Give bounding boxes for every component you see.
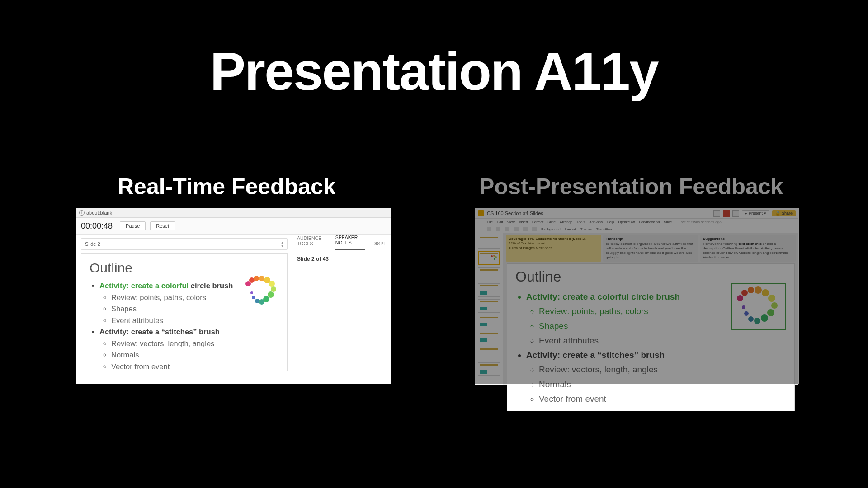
post-feedback-screenshot: CS 160 Section #4 Slides ▸ Present ▾ 🔒 S…	[475, 208, 799, 384]
last-edit-text[interactable]: Last edit was seconds ago	[679, 220, 721, 224]
slide-selector[interactable]: Slide 2 ▴▾	[81, 238, 288, 250]
menu-item[interactable]: Arrange	[560, 220, 572, 224]
editor-main: Coverage: 44% Elements Mentioned (Slide …	[503, 233, 798, 385]
svg-point-15	[495, 256, 497, 258]
thumbnail-selected[interactable]	[478, 251, 500, 265]
slide-canvas: Outline Activity: create a colorful circ…	[81, 253, 288, 371]
tool-icon[interactable]	[523, 227, 528, 231]
thumbnail[interactable]	[478, 283, 500, 297]
document-title[interactable]: CS 160 Section #4 Slides	[487, 211, 543, 216]
tool-icon[interactable]	[505, 227, 509, 231]
svg-point-23	[771, 302, 778, 309]
left-column-heading: Real-Time Feedback	[118, 174, 336, 200]
right-column-heading: Post-Presentation Feedback	[479, 174, 783, 200]
brush-doodle-icon	[732, 284, 785, 329]
thumbnail[interactable]	[478, 299, 500, 313]
subbullet: Normals	[539, 377, 786, 392]
subbullet: Normals	[111, 349, 279, 361]
menu-item[interactable]: Slide	[664, 220, 672, 224]
tool-icon[interactable]	[514, 227, 519, 231]
stepper-icon[interactable]: ▴▾	[281, 241, 283, 247]
tab-display[interactable]: DISPL	[372, 241, 387, 250]
toolbar-square-icon[interactable]	[732, 210, 739, 217]
info-icon: i	[79, 210, 85, 216]
svg-point-12	[250, 291, 253, 294]
thumbnail[interactable]	[478, 331, 500, 344]
svg-point-5	[269, 281, 275, 287]
bullet-activity-2: Activity: create a “stitches” brush	[526, 348, 786, 362]
tool-icon[interactable]	[532, 227, 537, 231]
slide-canvas[interactable]: Outline Activity: create a colorful circ…	[507, 263, 795, 411]
menu-item[interactable]: Tools	[577, 220, 585, 224]
svg-point-26	[754, 318, 760, 324]
share-button[interactable]: 🔒 Share	[772, 210, 796, 216]
menu-item[interactable]: Feedback on	[639, 220, 660, 224]
tab-speaker-notes[interactable]: SPEAKER NOTES	[335, 235, 365, 250]
tool-label[interactable]: Transition	[596, 227, 612, 231]
feedback-row: Coverage: 44% Elements Mentioned (Slide …	[503, 233, 798, 263]
editor-titlebar: CS 160 Section #4 Slides ▸ Present ▾ 🔒 S…	[475, 208, 798, 219]
tool-label[interactable]: Background	[541, 227, 561, 231]
slide-title: Outline	[90, 260, 279, 276]
tool-label[interactable]: Layout	[565, 227, 576, 231]
svg-point-21	[762, 289, 769, 296]
tool-icon[interactable]	[496, 227, 500, 231]
slide-thumbnails[interactable]	[475, 233, 503, 385]
transcript-card[interactable]: Transcript so today section is organized…	[603, 235, 698, 262]
menu-item[interactable]: Add-ons	[589, 220, 603, 224]
svg-point-19	[748, 287, 754, 293]
subbullet: Vector from event	[539, 392, 786, 406]
svg-point-16	[494, 258, 495, 260]
realtime-screenshot: i about:blank 00:00:48 Pause Reset Slide…	[76, 208, 391, 384]
tab-audience-tools[interactable]: AUDIENCE TOOLS	[296, 235, 328, 250]
menu-item[interactable]: Edit	[497, 220, 503, 224]
thumbnail[interactable]	[478, 347, 500, 360]
svg-point-22	[768, 295, 775, 302]
menu-item[interactable]: File	[487, 220, 493, 224]
tool-label[interactable]: Theme	[580, 227, 592, 231]
selected-image-box[interactable]	[731, 283, 786, 330]
editor-menubar: File Edit View Insert Format Slide Arran…	[475, 219, 798, 225]
url-text: about:blank	[86, 210, 112, 216]
notes-tabs: AUDIENCE TOOLS SPEAKER NOTES DISPL	[292, 235, 391, 250]
slides-logo-icon[interactable]	[478, 210, 484, 216]
elapsed-timer: 00:00:48	[81, 221, 113, 231]
reset-button[interactable]: Reset	[150, 221, 175, 230]
svg-point-13	[491, 255, 493, 257]
suggestions-card[interactable]: Suggestions Remove the following text el…	[700, 235, 796, 262]
menu-item[interactable]: Insert	[519, 220, 528, 224]
notes-panel: AUDIENCE TOOLS SPEAKER NOTES DISPL Slide…	[292, 235, 391, 385]
thumbnail[interactable]	[478, 235, 500, 249]
menu-item[interactable]: Help	[607, 220, 614, 224]
toolbar-square-icon[interactable]	[713, 210, 720, 217]
pause-button[interactable]: Pause	[120, 221, 146, 230]
coverage-card[interactable]: Coverage: 44% Elements Mentioned (Slide …	[506, 235, 601, 262]
notes-slide-indicator: Slide 2 of 43	[292, 250, 391, 267]
svg-point-9	[259, 299, 264, 305]
subbullet: Review: vectors, length, angles	[539, 362, 786, 377]
present-button[interactable]: ▸ Present ▾	[742, 210, 769, 216]
slide-selector-label: Slide 2	[85, 241, 100, 247]
brush-doodle-icon	[244, 274, 281, 309]
svg-point-28	[744, 311, 749, 316]
menu-item[interactable]: Update off	[618, 220, 635, 224]
svg-point-14	[493, 255, 495, 257]
svg-point-11	[252, 296, 255, 299]
menu-item[interactable]: Format	[532, 220, 543, 224]
toolbar-square-icon[interactable]	[723, 210, 730, 217]
thumbnail[interactable]	[478, 362, 500, 376]
svg-point-24	[767, 309, 774, 316]
thumbnail[interactable]	[478, 315, 500, 328]
svg-point-17	[737, 295, 743, 301]
svg-point-18	[741, 290, 748, 296]
subbullet: Review: vectors, length, angles	[111, 338, 279, 350]
tool-icon[interactable]	[487, 227, 491, 231]
svg-point-27	[748, 316, 754, 322]
thumbnail[interactable]	[478, 267, 500, 281]
editor-toolbar: Background Layout Theme Transition	[475, 225, 798, 233]
subbullet: Vector from event	[111, 361, 279, 373]
svg-point-6	[271, 286, 276, 292]
browser-address-bar[interactable]: i about:blank	[76, 208, 391, 218]
menu-item[interactable]: Slide	[547, 220, 556, 224]
menu-item[interactable]: View	[507, 220, 515, 224]
